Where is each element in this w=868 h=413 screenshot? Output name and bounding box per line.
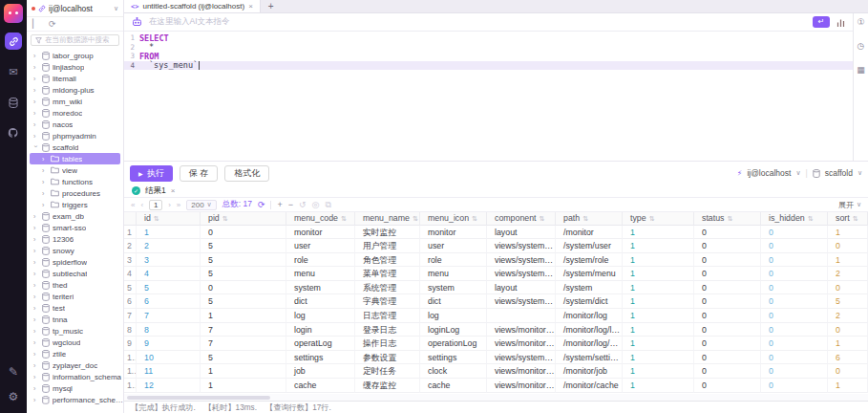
table-cell[interactable]: role <box>420 253 487 268</box>
tree-item-linjiashop[interactable]: ›linjiashop <box>27 61 123 73</box>
search-input[interactable]: 在当前数据源中搜索 <box>31 34 119 46</box>
table-cell[interactable]: role <box>286 253 355 268</box>
table-cell[interactable]: /monitor/log/operation <box>556 337 623 351</box>
refresh-icon[interactable]: ⟳ <box>49 20 56 29</box>
table-cell[interactable]: 1 <box>623 294 694 309</box>
chevron-icon[interactable]: › <box>33 76 39 82</box>
table-cell[interactable]: 0 <box>761 253 828 268</box>
tree-item-mysql[interactable]: ›mysql <box>27 382 123 394</box>
table-cell[interactable]: views/system/dict <box>487 294 556 309</box>
table-cell[interactable]: 1 <box>623 253 694 268</box>
table-cell[interactable] <box>487 309 556 323</box>
table-cell[interactable]: 日志管理 <box>355 309 420 323</box>
table-cell[interactable]: /system <box>556 281 623 295</box>
save-button[interactable]: 保 存 <box>180 165 219 182</box>
first-page-button[interactable]: « <box>131 201 135 209</box>
row-number[interactable]: 5 <box>124 281 137 295</box>
connections-icon[interactable] <box>5 33 22 50</box>
tree-item-ztile[interactable]: ›ztile <box>27 348 123 359</box>
table-cell[interactable]: 1 <box>623 281 694 295</box>
table-cell[interactable]: 0 <box>761 294 828 309</box>
tree-item-tnna[interactable]: ›tnna <box>27 314 123 325</box>
table-cell[interactable]: 0 <box>694 379 761 393</box>
table-cell[interactable]: 1 <box>623 309 694 323</box>
tree-item-triggers[interactable]: ›triggers <box>27 199 123 210</box>
table-cell[interactable]: 0 <box>761 364 828 379</box>
table-cell[interactable]: 7 <box>201 323 286 337</box>
table-cell[interactable]: user <box>420 239 487 253</box>
table-cell[interactable]: 0 <box>761 281 828 295</box>
chevron-icon[interactable]: › <box>33 339 39 346</box>
tree-item-litemall[interactable]: ›litemall <box>27 73 123 84</box>
chevron-icon[interactable]: › <box>42 179 48 185</box>
sort-icon[interactable]: ⇅ <box>472 215 477 222</box>
chevron-icon[interactable]: › <box>33 397 39 403</box>
tab-untitled-scaffold[interactable]: <> untitled-scaffold (ij@localhost) × <box>124 0 261 12</box>
column-header-is_hidden[interactable]: is_hidden⇅ <box>761 212 828 226</box>
table-cell[interactable]: 5 <box>201 294 286 309</box>
table-cell[interactable]: 0 <box>828 281 868 295</box>
table-cell[interactable]: views/system/role <box>487 253 556 268</box>
tree-item-information_schema[interactable]: ›information_schema <box>27 371 123 382</box>
chevron-icon[interactable]: › <box>33 64 39 71</box>
refresh-results-icon[interactable]: ⟳ <box>258 200 265 209</box>
tree-item-12306[interactable]: ›12306 <box>27 233 123 245</box>
table-cell[interactable]: 0 <box>761 337 828 351</box>
column-header-type[interactable]: type⇅ <box>623 212 694 226</box>
tree-item-thed[interactable]: ›thed <box>27 279 123 291</box>
scrollbar-thumb[interactable] <box>127 396 270 400</box>
table-cell[interactable]: 0 <box>761 267 828 281</box>
chevron-icon[interactable]: › <box>33 98 39 105</box>
tree-item-mldong-plus[interactable]: ›mldong-plus <box>27 84 123 96</box>
table-cell[interactable]: login <box>286 323 355 337</box>
history-clock-icon[interactable]: ◷ <box>857 42 865 51</box>
row-number[interactable]: 4 <box>124 267 137 281</box>
row-number[interactable]: 1 <box>124 226 137 240</box>
table-cell[interactable]: 菜单管理 <box>355 267 420 281</box>
table-cell[interactable]: views/system/menu <box>487 267 556 281</box>
table-cell[interactable]: /system/settings <box>556 351 623 365</box>
github-icon[interactable] <box>5 124 22 141</box>
table-cell[interactable]: /monitor/cache <box>556 379 623 393</box>
editor-line[interactable]: 3FROM <box>124 52 853 61</box>
table-cell[interactable]: 0 <box>761 323 828 337</box>
tree-item-test[interactable]: ›test <box>27 302 123 314</box>
table-cell[interactable]: settings <box>286 351 355 365</box>
table-cell[interactable]: layout <box>487 281 556 295</box>
row-number[interactable]: 11 <box>124 364 137 379</box>
ai-command-bar[interactable]: 在这里输入AI文本指令 ↵ <box>124 13 853 32</box>
row-number[interactable]: 9 <box>124 337 137 351</box>
column-header-menu_code[interactable]: menu_code⇅ <box>286 212 355 226</box>
chevron-icon[interactable]: › <box>33 236 39 243</box>
sql-editor[interactable]: 1SELECT2*3FROM4`sys_menu` <box>124 32 853 161</box>
sort-icon[interactable]: ⇅ <box>154 215 159 222</box>
table-cell[interactable]: operationLog <box>420 337 487 351</box>
table-cell[interactable]: 0 <box>694 267 761 281</box>
chevron-icon[interactable]: › <box>33 328 39 335</box>
page-size-select[interactable]: 200 ∨ <box>186 200 216 210</box>
table-cell[interactable]: 1 <box>623 379 694 393</box>
toolbar-connection-select[interactable]: ij@localhost <box>747 168 791 178</box>
tree-item-tables[interactable]: ›tables <box>30 153 120 164</box>
table-cell[interactable]: 7 <box>137 309 201 323</box>
table-cell[interactable]: 0 <box>761 226 828 240</box>
table-cell[interactable]: monitor <box>286 226 355 240</box>
chevron-icon[interactable]: › <box>33 133 39 140</box>
table-cell[interactable]: menu <box>420 267 487 281</box>
table-cell[interactable]: views/monitor/log/operation <box>487 337 556 351</box>
table-cell[interactable]: 1 <box>828 379 868 393</box>
chevron-icon[interactable]: › <box>42 190 48 197</box>
result-tab[interactable]: 结果1 <box>145 185 166 197</box>
column-header-status[interactable]: status⇅ <box>694 212 761 226</box>
tree-item-spiderflow[interactable]: ›spiderflow <box>27 256 123 268</box>
sort-icon[interactable]: ⇅ <box>853 215 858 222</box>
table-cell[interactable]: 1 <box>623 337 694 351</box>
table-cell[interactable]: 5 <box>828 294 868 309</box>
table-cell[interactable]: 缓存监控 <box>355 379 420 393</box>
table-cell[interactable]: 0 <box>694 309 761 323</box>
table-cell[interactable]: 2 <box>137 239 201 253</box>
table-cell[interactable]: 操作日志 <box>355 337 420 351</box>
table-cell[interactable]: 3 <box>137 253 201 268</box>
export-icon[interactable]: ⧉ <box>325 200 330 210</box>
close-result-icon[interactable]: × <box>171 186 176 195</box>
